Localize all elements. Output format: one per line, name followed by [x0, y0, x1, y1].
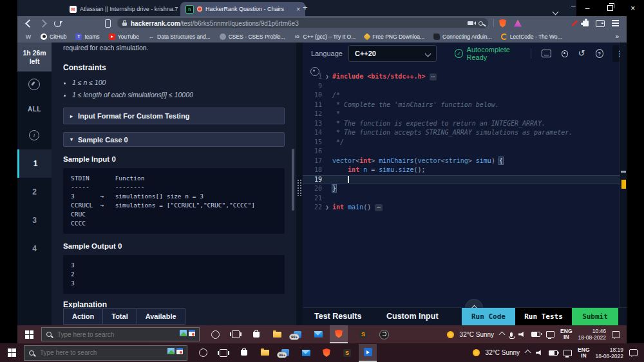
task-view-icon[interactable]	[218, 345, 229, 361]
bookmark-free-png-downloa[interactable]: Free PNG Downloa...	[365, 33, 424, 40]
volume-icon[interactable]	[518, 332, 526, 338]
notifications-app-icon[interactable]: 99+	[280, 345, 290, 361]
calendar-widget-icon[interactable]	[189, 330, 195, 336]
microsoft-store-icon[interactable]	[239, 345, 249, 361]
code-area[interactable]: 1❯#include <bits/stdc++.h>⋯910/*11 * Com…	[303, 72, 620, 213]
cortana-icon[interactable]	[198, 345, 208, 361]
tab-list-chevron-icon[interactable]	[553, 5, 558, 17]
browser-tab-atlassian[interactable]: M Atlassian || Internship drive - krishn…	[64, 2, 185, 16]
splitter-grip-icon[interactable]	[297, 179, 302, 196]
mail-icon[interactable]	[313, 326, 323, 343]
wallet-icon[interactable]	[596, 20, 605, 27]
calendar-widget-icon[interactable]	[176, 348, 183, 354]
code-line-18[interactable]: 18 int n = simu.size();	[303, 166, 620, 175]
code-line-17[interactable]: 17vector<int> minChairs(vector<string> s…	[303, 157, 620, 166]
extensions-puzzle-icon[interactable]	[583, 21, 589, 26]
brave-browser-icon[interactable]	[330, 325, 348, 343]
theme-brightness-icon[interactable]	[562, 50, 568, 57]
weather-sun-icon[interactable]	[447, 331, 454, 338]
task-view-icon[interactable]	[231, 326, 241, 343]
code-line-21[interactable]: 21	[303, 194, 620, 204]
tray-expand-icon[interactable]	[499, 331, 506, 338]
code-line-13[interactable]: 13 * The function is expected to return …	[303, 119, 620, 129]
problem-scrollbar[interactable]	[292, 149, 294, 211]
taskbar-search[interactable]	[24, 345, 187, 361]
history-restore-icon[interactable]: ↺	[578, 50, 585, 57]
battery-icon[interactable]	[549, 350, 558, 356]
bookmark-c-gcc-try-it-o[interactable]: IOC++ (gcc) – Try It O...	[294, 33, 356, 40]
bookmark-leetcode-the-wo[interactable]: LeetCode - The Wo...	[501, 33, 562, 40]
code-line-15[interactable]: 15 */	[303, 138, 620, 148]
triangle-extension-icon[interactable]	[514, 20, 522, 27]
run-code-button[interactable]: Run Code	[462, 308, 515, 325]
tab-custom-input[interactable]: Custom Input	[386, 312, 439, 321]
weather-sun-icon[interactable]	[473, 349, 480, 356]
restore-icon[interactable]	[607, 5, 613, 11]
code-line-19[interactable]: 19	[303, 175, 620, 185]
submit-button[interactable]: Submit	[572, 308, 618, 325]
action-center-icon[interactable]	[629, 349, 638, 356]
fold-arrow-icon[interactable]: ❯	[322, 72, 332, 82]
question-item-4[interactable]: 4	[17, 234, 52, 263]
cortana-icon[interactable]	[210, 326, 220, 343]
browser-tab-hackerrank[interactable]: h HackerRank Question - Chairs ×	[180, 2, 305, 16]
bookmark-wiki[interactable]: W	[25, 33, 32, 40]
brave-shield-icon[interactable]: 5	[499, 19, 506, 28]
keyboard-shortcuts-icon[interactable]	[542, 50, 551, 57]
code-line-11[interactable]: 11 * Complete the 'minChairs' function b…	[303, 100, 620, 110]
code-line-20[interactable]: 20}	[303, 184, 620, 194]
weather-text[interactable]: 32°C Sunny	[486, 349, 520, 356]
start-button-icon[interactable]	[25, 330, 33, 339]
file-explorer-icon[interactable]	[272, 326, 282, 343]
movies-tv-icon[interactable]	[359, 344, 377, 362]
panel-splitter[interactable]	[296, 43, 303, 325]
search-input[interactable]	[39, 348, 131, 357]
info-icon[interactable]: i	[29, 130, 39, 140]
back-icon[interactable]	[25, 19, 33, 28]
code-line-22[interactable]: 22❯int main()⋯	[303, 203, 620, 213]
bookmark-data-structures-and[interactable]: ←Data Structures and...	[148, 33, 211, 40]
close-tab-icon[interactable]: ×	[296, 6, 300, 13]
editor-scrollbar[interactable]	[620, 43, 627, 325]
code-line-9[interactable]: 9	[303, 82, 620, 91]
address-bar[interactable]: hackerrank.com/test/b6rks5nnmrl/question…	[117, 18, 488, 28]
question-item-1[interactable]: 1	[17, 149, 52, 178]
taskbar-search[interactable]	[41, 327, 200, 341]
action-center-icon[interactable]	[612, 331, 620, 338]
bookmark-cses-cses-proble[interactable]: CSES - CSES Proble...	[220, 33, 285, 40]
run-tests-button[interactable]: Run Tests	[515, 308, 572, 325]
weather-text[interactable]: 32°C Sunny	[460, 331, 494, 338]
all-questions-label[interactable]: ALL	[17, 106, 52, 113]
pen-extension-icon[interactable]	[571, 20, 578, 27]
code-line-16[interactable]: 16	[303, 147, 620, 157]
code-line-14[interactable]: 14 * The function accepts STRING_ARRAY s…	[303, 128, 620, 138]
minimize-icon[interactable]: –	[585, 4, 590, 13]
browser-menu-icon[interactable]	[612, 23, 619, 24]
tray-expand-icon[interactable]	[525, 350, 531, 356]
language-select[interactable]: C++20	[348, 45, 437, 62]
help-icon[interactable]: ?	[596, 49, 603, 58]
tab-test-results[interactable]: Test Results	[314, 312, 361, 321]
battery-icon[interactable]	[531, 332, 540, 337]
network-icon[interactable]	[564, 350, 572, 356]
volume-icon[interactable]	[536, 350, 543, 356]
fold-arrow-icon[interactable]: ❯	[322, 203, 332, 213]
reading-list-icon[interactable]	[105, 19, 111, 28]
input-format-accordion[interactable]: ▸ Input Format For Custom Testing	[63, 108, 285, 124]
camera-permission-icon[interactable]	[468, 21, 473, 25]
question-item-2[interactable]: 2	[17, 178, 52, 206]
code-line-1[interactable]: 1❯#include <bits/stdc++.h>⋯	[303, 72, 620, 82]
microphone-icon[interactable]	[510, 332, 513, 337]
reload-icon[interactable]	[54, 20, 61, 27]
close-icon[interactable]: ×	[630, 4, 635, 13]
brave-browser-icon[interactable]	[321, 345, 332, 361]
folded-code-ellipsis[interactable]: ⋯	[375, 204, 382, 211]
forward-icon[interactable]	[39, 19, 47, 28]
code-line-10[interactable]: 10/*	[303, 91, 620, 100]
question-item-3[interactable]: 3	[17, 206, 52, 234]
bookmark-github[interactable]: GitHub	[41, 33, 66, 40]
folded-code-ellipsis[interactable]: ⋯	[430, 73, 437, 81]
new-tab-button[interactable]: +	[303, 3, 308, 12]
network-icon[interactable]	[546, 331, 554, 338]
bookmark-connecting-arduin[interactable]: Connecting Arduin...	[433, 33, 492, 40]
